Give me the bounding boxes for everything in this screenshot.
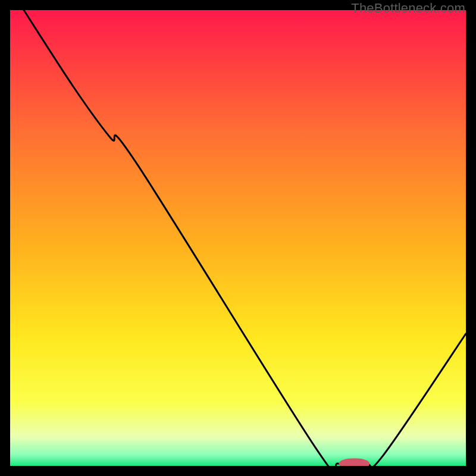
heat-background — [10, 10, 466, 466]
watermark-text: TheBottleneck.com — [351, 1, 465, 16]
chart-frame — [10, 10, 466, 466]
bottleneck-chart — [10, 10, 466, 466]
